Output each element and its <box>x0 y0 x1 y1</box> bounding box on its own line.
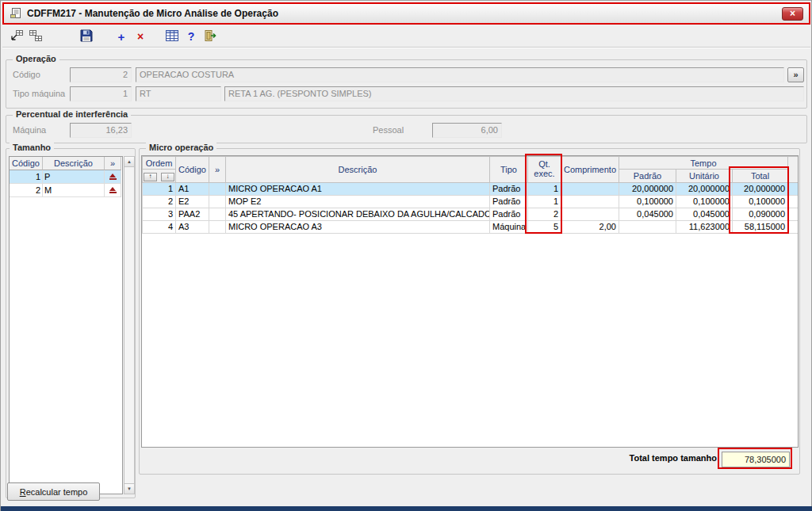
move-up-button[interactable]: ↑ <box>144 173 157 181</box>
tamanho-col-more: » <box>105 157 121 170</box>
tipo-maquina-descricao-field: RETA 1 AG. (PESPONTO SIMPLES) <box>224 86 804 101</box>
tipo-maquina-sigla-field: RT <box>136 86 221 101</box>
cell-qt-exec[interactable]: 1 <box>528 182 561 195</box>
cell-descricao[interactable]: MICRO OPERACAO A3 <box>226 220 490 233</box>
cell-qt-exec[interactable]: 1 <box>528 195 561 208</box>
cell-tempo-padrao[interactable]: 0,045000 <box>619 208 676 220</box>
cell-tipo[interactable]: Padrão <box>490 182 528 195</box>
scroll-down-button[interactable]: ▼ <box>124 483 134 494</box>
pessoal-label: Pessoal <box>373 125 404 135</box>
cell-descricao[interactable]: MICRO OPERACAO A1 <box>226 182 490 195</box>
cell-tempo-unitario[interactable]: 0,045000 <box>676 208 733 220</box>
taskbar-edge <box>1 506 812 511</box>
tamanho-cell-codigo: 2 <box>10 184 43 197</box>
window-icon <box>10 7 22 20</box>
cell-tempo-padrao[interactable]: 20,000000 <box>619 182 676 195</box>
micro-row[interactable]: 4 A3 MICRO OPERACAO A3 Máquina 5 2,00 11… <box>143 220 799 233</box>
total-tempo-field: 78,305000 <box>722 452 790 467</box>
cell-ordem[interactable]: 3 <box>143 208 176 220</box>
save-button[interactable] <box>77 27 96 46</box>
cell-tempo-unitario[interactable]: 11,623000 <box>676 220 733 233</box>
export-screen-button[interactable] <box>7 27 26 46</box>
cell-codigo[interactable]: E2 <box>176 195 209 208</box>
col-filler <box>788 157 799 183</box>
cell-ordem[interactable]: 1 <box>143 182 176 195</box>
help-button[interactable]: ? <box>182 27 201 46</box>
add-button[interactable]: + <box>112 27 131 46</box>
col-descricao: Descrição <box>226 157 490 183</box>
cell-qt-exec[interactable]: 2 <box>528 208 561 220</box>
tamanho-header-row: Código Descrição » <box>10 157 122 170</box>
cell-tempo-padrao[interactable] <box>619 220 676 233</box>
col-tempo-unitario: Unitário <box>676 170 733 183</box>
col-tempo: Tempo <box>619 157 788 170</box>
col-ordem: Ordem <box>143 157 176 170</box>
cell-tempo-total[interactable]: 58,115000 <box>733 220 788 233</box>
titlebar[interactable]: CDFFM217 - Manutenção de Micro Análise d… <box>2 2 810 25</box>
delete-button[interactable]: × <box>131 27 150 46</box>
cell-comprimento[interactable]: 2,00 <box>561 220 619 233</box>
micro-row[interactable]: 1 A1 MICRO OPERACAO A1 Padrão 1 20,00000… <box>143 182 799 195</box>
exit-icon <box>204 29 216 44</box>
cell-tipo[interactable]: Padrão <box>490 208 528 220</box>
tamanho-row[interactable]: 1 P <box>10 170 122 184</box>
load-size-button[interactable] <box>107 185 119 196</box>
scroll-up-button[interactable]: ▲ <box>124 157 134 167</box>
cell-descricao[interactable]: MOP E2 <box>226 195 490 208</box>
micro-row[interactable]: 2 E2 MOP E2 Padrão 1 0,100000 0,100000 0… <box>143 195 799 208</box>
duplicate-screen-button[interactable] <box>26 27 45 46</box>
cell-comprimento[interactable] <box>561 208 619 220</box>
operacao-lookup-button[interactable]: » <box>787 67 804 82</box>
cell-qt-exec[interactable]: 5 <box>528 220 561 233</box>
micro-operacao-table: Ordem Código » Descrição Tipo Qt. exec. … <box>142 156 799 234</box>
move-down-button[interactable]: ↓ <box>161 173 174 181</box>
cell-comprimento[interactable] <box>561 195 619 208</box>
cell-ordem[interactable]: 2 <box>143 195 176 208</box>
window-title: CDFFM217 - Manutenção de Micro Análise d… <box>27 8 278 19</box>
cell-tempo-unitario[interactable]: 20,000000 <box>676 182 733 195</box>
total-tempo-label: Total tempo tamanho <box>441 453 717 463</box>
cell-more[interactable] <box>209 208 226 220</box>
exit-button[interactable] <box>201 27 220 46</box>
col-qt-exec: Qt. exec. <box>528 157 561 183</box>
close-button[interactable]: × <box>782 7 803 21</box>
cell-ordem[interactable]: 4 <box>143 220 176 233</box>
codigo-field: 2 <box>70 67 132 82</box>
chevrons-right-icon: » <box>793 70 798 79</box>
cell-tempo-total[interactable]: 0,090000 <box>733 208 788 220</box>
duplicate-screen-icon <box>29 29 43 44</box>
cell-codigo[interactable]: A1 <box>176 182 209 195</box>
grid-view-button[interactable] <box>163 27 182 46</box>
cell-comprimento[interactable] <box>561 182 619 195</box>
cell-more[interactable] <box>209 195 226 208</box>
recalcular-tempo-button[interactable]: Recalcular tempo <box>7 482 100 501</box>
cell-filler <box>788 195 799 208</box>
col-tempo-total: Total <box>733 170 788 183</box>
micro-row[interactable]: 3 PAA2 45 APERTANDO- POSICIONAR DEBAIXO … <box>143 208 799 220</box>
cell-tempo-total[interactable]: 20,000000 <box>733 182 788 195</box>
cell-tipo[interactable]: Padrão <box>490 195 528 208</box>
tamanho-cell-action <box>105 170 121 184</box>
cell-more[interactable] <box>209 182 226 195</box>
load-size-button[interactable] <box>107 172 119 182</box>
cell-tempo-unitario[interactable]: 0,100000 <box>676 195 733 208</box>
tipo-maquina-label: Tipo máquina <box>13 89 65 98</box>
cell-tempo-padrao[interactable]: 0,100000 <box>619 195 676 208</box>
cell-tempo-total[interactable]: 0,100000 <box>733 195 788 208</box>
tamanho-scrollbar[interactable]: ▲ ▼ <box>124 156 135 494</box>
close-icon: × <box>790 8 795 19</box>
cell-codigo[interactable]: A3 <box>176 220 209 233</box>
cell-codigo[interactable]: PAA2 <box>176 208 209 220</box>
pessoal-field: 6,00 <box>432 123 502 138</box>
cell-tipo[interactable]: Máquina <box>490 220 528 233</box>
micro-operacao-grid: Ordem Código » Descrição Tipo Qt. exec. … <box>141 155 799 448</box>
tamanho-row[interactable]: 2 M <box>10 184 122 197</box>
cell-descricao[interactable]: 45 APERTANDO- POSICIONAR DEBAIXO DA AGUL… <box>226 208 490 220</box>
arrow-down-icon: ↓ <box>167 174 170 180</box>
tamanho-col-codigo: Código <box>10 157 43 170</box>
tamanho-group-label: Tamanho <box>10 143 54 152</box>
codigo-descricao-field: OPERACAO COSTURA <box>136 67 784 82</box>
cell-more[interactable] <box>209 220 226 233</box>
maquina-field: 16,23 <box>70 123 132 138</box>
micro-operacao-group-label: Micro operação <box>146 143 216 152</box>
